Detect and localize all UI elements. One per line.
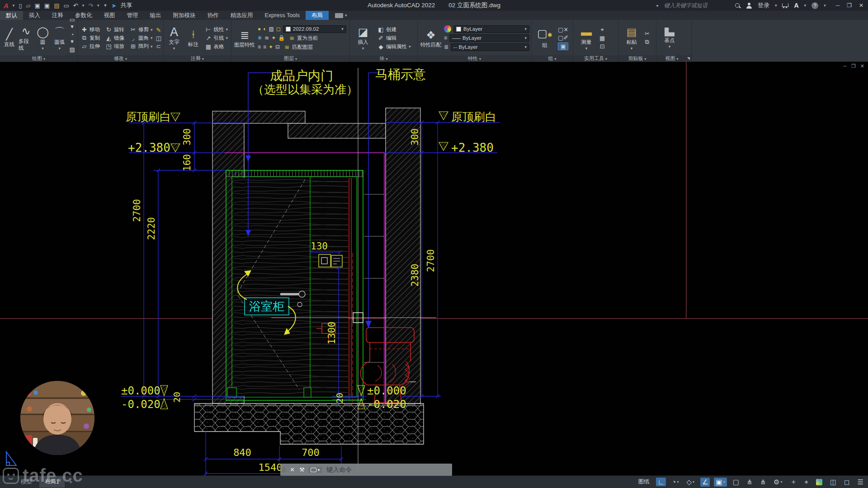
line-button[interactable]: ╱ 直线 (2, 21, 17, 55)
signin-label[interactable]: 登录 (758, 1, 769, 9)
tab-featured-apps[interactable]: 精选应用 (225, 11, 259, 20)
tab-layout[interactable]: 布局 (306, 11, 329, 20)
annotation-monitor-icon[interactable]: ＋ (788, 477, 798, 487)
workspace-switching-icon[interactable]: ⚙▾ (772, 478, 784, 487)
autoscale-icon[interactable]: ⋔ (758, 478, 768, 487)
cmdline-grip-icon[interactable]: ⣿ (280, 467, 287, 473)
base-point-button[interactable]: 基点 ▾ (658, 21, 681, 55)
autodesk-dropdown-icon[interactable]: ▾ (804, 3, 807, 8)
search-expand-icon[interactable]: ▸ (656, 3, 659, 8)
array-button[interactable]: ⊞阵列 ▾ (128, 42, 154, 50)
layer-dropdown[interactable]: 2022.09.02 ▾ (283, 25, 346, 33)
ungroup-icon[interactable]: ▢✕ (558, 26, 568, 33)
snap-mode-icon[interactable]: ∟ (656, 478, 666, 486)
customization-menu-icon[interactable]: ☰ (856, 478, 865, 487)
create-block-button[interactable]: ◧创建 (376, 26, 412, 33)
isometric-drafting-icon[interactable]: ◇▾ (684, 478, 696, 487)
layer-properties-button[interactable]: ≣ 图层特性 (233, 21, 256, 55)
command-prompt[interactable]: 键入命令 (326, 466, 352, 474)
layer-lock-icon[interactable]: ▨ (269, 26, 274, 32)
edit-block-button[interactable]: ✐编辑 (376, 34, 412, 42)
layer-freeze-icon[interactable]: ◐ (263, 26, 266, 32)
tab-layout1[interactable]: 布局1 (39, 476, 65, 488)
cmdline-close-icon[interactable]: ✕ (287, 466, 297, 473)
linear-dim-button[interactable]: ⊢线性 ▾ (203, 26, 229, 33)
panel-label-annotation[interactable]: 注释 ▾ (164, 55, 231, 62)
tab-manage[interactable]: 管理 (121, 11, 144, 20)
color-wheel-icon[interactable] (444, 25, 451, 33)
layer-unlock-icon[interactable]: ◻ (276, 26, 281, 32)
copy-button[interactable]: ⧉复制 (80, 34, 101, 42)
move-button[interactable]: ✚移动 (80, 26, 101, 33)
stretch-button[interactable]: ▱拉伸 (80, 42, 101, 50)
rotate-button[interactable]: ↻旋转 (104, 26, 126, 33)
edit-attributes-button[interactable]: ◆编辑属性 ▾ (376, 43, 412, 51)
circle-button[interactable]: ◯ 圆 ▾ (35, 21, 50, 55)
tab-addins[interactable]: 附加模块 (167, 11, 202, 20)
minimize-button[interactable]: ─ (836, 2, 840, 9)
panel-label-groups[interactable]: 组 ▾ (532, 55, 573, 62)
panel-label-draw[interactable]: 绘图 ▾ (0, 55, 77, 62)
clean-screen-icon[interactable]: ◻ (842, 478, 851, 487)
layer-walk-icon[interactable]: ≡ (258, 44, 261, 50)
erase-icon[interactable]: ✎ (156, 27, 161, 33)
search-box[interactable]: 键入关键字或短语 (664, 2, 741, 9)
store-cart-icon[interactable] (782, 3, 788, 8)
explode-icon[interactable]: ◫ (156, 35, 161, 42)
add-layout-button[interactable]: + (66, 477, 75, 487)
quick-calc-icon[interactable]: ▦ (599, 35, 605, 42)
search-icon[interactable] (735, 3, 741, 9)
color-dropdown[interactable]: ByLayer ▾ (453, 25, 529, 33)
signin-dropdown-icon[interactable]: ▾ (775, 3, 777, 8)
dimension-button[interactable]: ⟊ 标注 (184, 21, 202, 55)
table-button[interactable]: ▦表格 (203, 43, 229, 51)
tab-view[interactable]: 视图 (98, 11, 121, 20)
annotation-visibility-icon[interactable]: ⋔ (745, 478, 755, 487)
tab-output[interactable]: 输出 (144, 11, 167, 20)
rectangle-icon[interactable]: ▭ ▾ (69, 16, 75, 30)
panel-label-view[interactable]: 视图 ▾ ◥ (656, 55, 691, 62)
copy-clip-icon[interactable]: ⧉ (645, 38, 650, 46)
layer-isolate-icon[interactable]: ❄ (258, 35, 262, 41)
recent-commands-button[interactable]: ▾ (308, 467, 322, 473)
layer-prev-icon[interactable]: ✦ (269, 44, 273, 50)
polyline-button[interactable]: ∿ 多段线 (19, 21, 33, 55)
scale-button[interactable]: ◳缩放 (104, 42, 126, 50)
isolate-objects-icon[interactable]: ◫ (828, 478, 838, 487)
tab-default[interactable]: 默认 (0, 11, 23, 20)
help-dropdown-icon[interactable]: ▾ (824, 3, 826, 8)
tab-model[interactable]: 模型 (15, 476, 38, 488)
quick-properties-icon[interactable] (814, 479, 824, 486)
panel-label-utilities[interactable]: 实用工具 ▾ (573, 55, 618, 62)
cmdline-customize-icon[interactable]: ⚒ (297, 466, 307, 473)
group-selection-icon[interactable]: ▣ (558, 42, 568, 50)
command-line[interactable]: ⣿ ✕ ⚒ ▾ 键入命令 (280, 464, 452, 476)
selection-cycling-icon[interactable]: ▢ (731, 478, 741, 487)
layer-on-icon[interactable]: ● (258, 26, 261, 32)
help-icon[interactable]: ? (811, 2, 818, 9)
match-layer-button[interactable]: ≋匹配图层 (282, 43, 314, 51)
panel-label-layers[interactable]: 图层 ▾ (231, 55, 349, 62)
layer-bulb-icon[interactable]: ✦ (271, 35, 276, 41)
lineweight-dropdown[interactable]: —— ByLayer ▾ (449, 34, 529, 42)
user-icon[interactable] (746, 3, 752, 9)
close-button[interactable]: ✕ (859, 2, 863, 9)
fillet-button[interactable]: ◞圆角 ▾ (128, 34, 154, 42)
mirror-button[interactable]: ◭镜像 (104, 34, 126, 42)
tab-collaborate[interactable]: 协作 (202, 11, 225, 20)
tab-insert[interactable]: 插入 (23, 11, 46, 20)
polar-tracking-icon[interactable]: ◔▾ (670, 478, 680, 486)
panel-label-properties[interactable]: 特性 ▾ (418, 55, 531, 62)
offset-icon[interactable]: ⊂ (156, 43, 161, 50)
insert-block-button[interactable]: ◪ 插入 ▾ (352, 21, 374, 55)
group-edit-icon[interactable]: ▢✐ (558, 34, 568, 41)
ellipse-icon[interactable]: ◔ ▾ (69, 31, 75, 45)
panel-label-clipboard[interactable]: 剪贴板 ▾ (618, 55, 656, 62)
layer-match-icon[interactable]: ≡ (263, 44, 266, 50)
layer-merge-icon[interactable]: ⊟ (275, 44, 280, 50)
measure-button[interactable]: ▬ 测量 ▾ (575, 21, 598, 55)
units-icon[interactable]: ⌖ (802, 478, 810, 487)
layer-lock2-icon[interactable]: 🔒 (278, 35, 285, 41)
linetype-dropdown[interactable]: - - ByLayer ▾ (451, 43, 529, 51)
panel-label-block[interactable]: 块 ▾ (350, 55, 417, 62)
